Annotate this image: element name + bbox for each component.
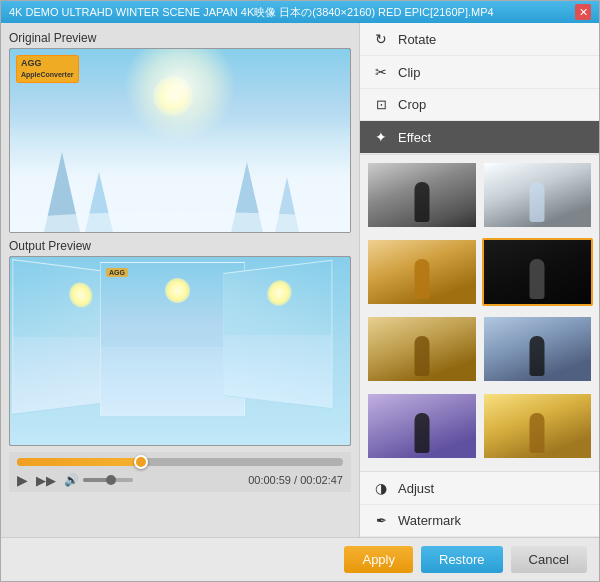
time-total: 00:02:47 — [300, 474, 343, 486]
panel-left-sun — [69, 281, 92, 308]
app-window: 4K DEMO ULTRAHD WINTER SCENE JAPAN 4K映像 … — [0, 0, 600, 582]
effect-bw-figure — [414, 182, 429, 222]
footer: Apply Restore Cancel — [1, 537, 599, 581]
effect-thumb-bw[interactable] — [366, 161, 478, 229]
rotate-label: Rotate — [398, 32, 436, 47]
cancel-button[interactable]: Cancel — [511, 546, 587, 573]
menu-item-rotate[interactable]: ↻ Rotate — [360, 23, 599, 56]
menu-item-effect[interactable]: ✦ Effect — [360, 121, 599, 154]
playback-controls: ▶ ▶▶ 🔊 00:00:59 / 00:02:47 — [17, 472, 343, 488]
watermark-icon: ✒ — [372, 513, 390, 528]
adjust-label: Adjust — [398, 481, 434, 496]
menu-item-watermark[interactable]: ✒ Watermark — [360, 505, 599, 537]
logo-badge: AGGAppleConverter — [16, 55, 79, 83]
output-preview-section: Output Preview — [9, 239, 351, 446]
clip-icon: ✂ — [372, 64, 390, 80]
crop-label: Crop — [398, 97, 426, 112]
original-preview-box: AGGAppleConverter — [9, 48, 351, 233]
menu-item-adjust[interactable]: ◑ Adjust — [360, 472, 599, 505]
panel-right — [223, 260, 332, 410]
effect-sketch-figure — [530, 182, 545, 222]
effect-cold-figure — [530, 336, 545, 376]
controls-bar: ▶ ▶▶ 🔊 00:00:59 / 00:02:47 — [9, 452, 351, 492]
adjust-icon: ◑ — [372, 480, 390, 496]
play-button[interactable]: ▶ — [17, 472, 28, 488]
output-preview-box: AGG — [9, 256, 351, 446]
panel-center-sun — [165, 278, 190, 303]
close-button[interactable]: ✕ — [575, 4, 591, 20]
panel-right-scene — [224, 261, 331, 408]
menu-item-crop[interactable]: ⊡ Crop — [360, 89, 599, 121]
crop-icon: ⊡ — [372, 97, 390, 112]
effect-thumb-golden[interactable] — [482, 392, 594, 460]
volume-section: 🔊 — [64, 473, 133, 487]
window-title: 4K DEMO ULTRAHD WINTER SCENE JAPAN 4K映像 … — [9, 5, 575, 20]
effect-label: Effect — [398, 130, 431, 145]
clip-label: Clip — [398, 65, 420, 80]
original-preview-section: Original Preview AGGAppleC — [9, 31, 351, 233]
original-label: Original Preview — [9, 31, 351, 45]
perspective-panels: AGG — [10, 257, 350, 445]
progress-thumb[interactable] — [134, 455, 148, 469]
effect-thumb-warm[interactable] — [366, 238, 478, 306]
output-label: Output Preview — [9, 239, 351, 253]
effect-vintage-figure — [414, 336, 429, 376]
rotate-icon: ↻ — [372, 31, 390, 47]
effect-thumb-sketch[interactable] — [482, 161, 594, 229]
title-bar: 4K DEMO ULTRAHD WINTER SCENE JAPAN 4K映像 … — [1, 1, 599, 23]
panel-right-sun — [267, 279, 291, 306]
volume-thumb[interactable] — [106, 475, 116, 485]
effect-purple-figure — [414, 413, 429, 453]
watermark-label: Watermark — [398, 513, 461, 528]
next-button[interactable]: ▶▶ — [36, 473, 56, 488]
effect-thumb-purple[interactable] — [366, 392, 478, 460]
progress-bar[interactable] — [17, 458, 343, 466]
volume-icon: 🔊 — [64, 473, 79, 487]
effect-thumb-dark[interactable] — [482, 238, 594, 306]
original-scene: AGGAppleConverter — [10, 49, 350, 232]
bottom-menu: ◑ Adjust ✒ Watermark — [360, 471, 599, 537]
time-display: 00:00:59 / 00:02:47 — [248, 474, 343, 486]
restore-button[interactable]: Restore — [421, 546, 503, 573]
right-panel: ↻ Rotate ✂ Clip ⊡ Crop ✦ Effect — [359, 23, 599, 537]
volume-slider[interactable] — [83, 478, 133, 482]
left-panel: Original Preview AGGAppleC — [1, 23, 359, 537]
main-content: Original Preview AGGAppleC — [1, 23, 599, 537]
snow-ground — [10, 212, 350, 232]
effect-grid — [360, 155, 599, 471]
effect-golden-figure — [530, 413, 545, 453]
effect-thumb-cold[interactable] — [482, 315, 594, 383]
logo-text: AGGAppleConverter — [21, 58, 74, 79]
progress-fill — [17, 458, 141, 466]
menu-item-clip[interactable]: ✂ Clip — [360, 56, 599, 89]
effect-icon: ✦ — [372, 129, 390, 145]
effect-dark-figure — [530, 259, 545, 299]
apply-button[interactable]: Apply — [344, 546, 413, 573]
right-menu: ↻ Rotate ✂ Clip ⊡ Crop ✦ Effect — [360, 23, 599, 155]
effect-thumb-vintage[interactable] — [366, 315, 478, 383]
output-scene: AGG — [10, 257, 350, 445]
time-current: 00:00:59 — [248, 474, 291, 486]
effect-warm-figure — [414, 259, 429, 299]
